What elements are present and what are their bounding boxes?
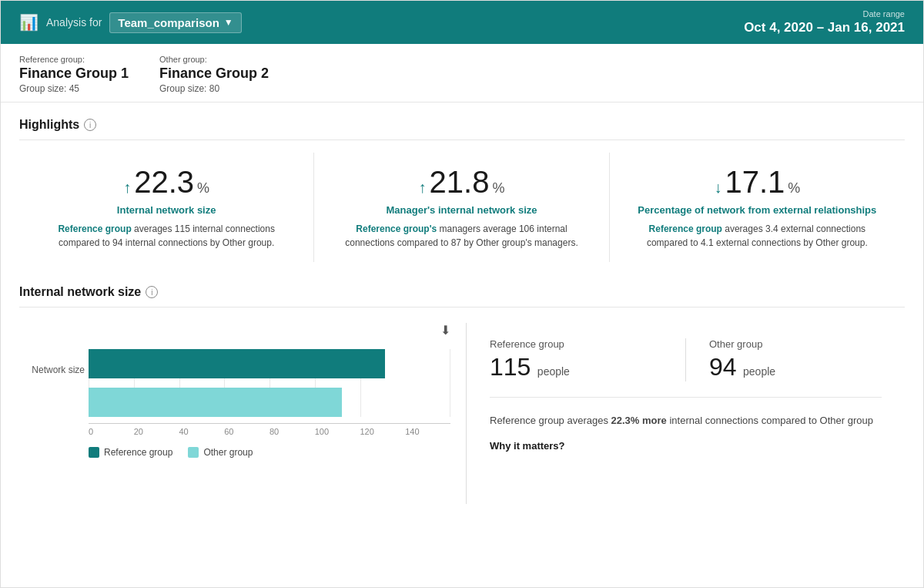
highlight-desc-1: Reference group's managers average 106 i… [333, 222, 590, 250]
highlight-stat-2: ↓ 17.1 % [628, 165, 886, 200]
legend-swatch-other [188, 447, 199, 458]
legend-label-other: Other group [203, 447, 253, 458]
other-stat-unit: people [743, 365, 775, 378]
analysis-dropdown[interactable]: Team_comparison ▼ [109, 12, 241, 33]
stats-columns: Reference group 115 people Other group 9… [490, 338, 882, 398]
why-matters-link[interactable]: Why it matters? [490, 440, 882, 452]
highlight-metric-2: Percentage of network from external rela… [628, 204, 886, 216]
highlight-card-0: ↑ 22.3 % Internal network size Reference… [19, 153, 314, 262]
x-tick-1: 20 [134, 427, 179, 436]
reference-stat-unit: people [537, 365, 570, 378]
other-stat-value: 94 [709, 353, 737, 381]
legend-reference: Reference group [89, 447, 172, 458]
x-tick-2: 40 [179, 427, 225, 436]
network-content: ⬇ [19, 323, 905, 504]
chart-area: ⬇ [19, 323, 466, 504]
x-tick-3: 60 [224, 427, 270, 436]
other-group-type-label: Other group: [159, 55, 269, 64]
stat-percent-1: % [492, 180, 504, 197]
highlight-desc-2: Reference group averages 3.4 external co… [628, 222, 886, 250]
reference-bar [89, 349, 385, 378]
highlight-stat-0: ↑ 22.3 % [38, 165, 295, 200]
main-content: Highlights i ↑ 22.3 % Internal network s… [1, 102, 923, 587]
stat-arrow-1: ↑ [419, 179, 427, 197]
reference-stat-label: Reference group [490, 338, 662, 350]
dropdown-value: Team_comparison [118, 16, 219, 29]
highlights-grid: ↑ 22.3 % Internal network size Reference… [19, 153, 905, 262]
x-tick-7: 140 [405, 427, 450, 436]
other-stat-col: Other group 94 people [709, 338, 882, 381]
highlights-section-header: Highlights i [19, 118, 905, 140]
highlight-desc-0: Reference group averages 115 internal co… [38, 222, 295, 250]
network-section-title: Internal network size [19, 285, 141, 299]
other-group-size: Group size: 80 [159, 83, 269, 94]
stat-percent-0: % [197, 180, 209, 197]
bar-chart-label: Network size [19, 365, 85, 375]
stat-arrow-2: ↓ [714, 179, 721, 197]
network-section-header: Internal network size i [19, 285, 905, 307]
chart-legend: Reference group Other group [19, 447, 450, 458]
legend-other: Other group [188, 447, 253, 458]
x-tick-4: 80 [270, 427, 315, 436]
chevron-down-icon: ▼ [224, 17, 233, 28]
insight-text: Reference group averages 22.3% more inte… [490, 413, 882, 429]
reference-group-name: Finance Group 1 [19, 66, 129, 82]
analysis-label: Analysis for [46, 16, 102, 29]
highlight-metric-0: Internal network size [38, 204, 295, 216]
legend-swatch-reference [89, 447, 99, 458]
highlights-info-icon[interactable]: i [84, 119, 96, 131]
stat-number-2: 17.1 [725, 165, 785, 200]
date-range-value: Oct 4, 2020 – Jan 16, 2021 [744, 20, 905, 35]
stats-divider [685, 338, 686, 381]
reference-stat-col: Reference group 115 people [490, 338, 662, 381]
other-stat-label: Other group [709, 338, 882, 350]
x-tick-0: 0 [89, 427, 134, 436]
highlights-section: Highlights i ↑ 22.3 % Internal network s… [19, 118, 905, 262]
reference-group-type-label: Reference group: [19, 55, 129, 64]
highlight-stat-1: ↑ 21.8 % [333, 165, 590, 200]
highlight-card-1: ↑ 21.8 % Manager's internal network size… [314, 153, 609, 262]
header-left: 📊 Analysis for Team_comparison ▼ [19, 12, 242, 33]
reference-group-info: Reference group: Finance Group 1 Group s… [19, 55, 129, 94]
reference-group-size: Group size: 45 [19, 83, 129, 94]
stat-number-1: 21.8 [430, 165, 490, 200]
date-range-container: Date range Oct 4, 2020 – Jan 16, 2021 [744, 9, 905, 35]
stat-arrow-0: ↑ [123, 179, 131, 197]
other-group-info: Other group: Finance Group 2 Group size:… [159, 55, 269, 94]
x-tick-6: 120 [360, 427, 406, 436]
network-section: Internal network size i ⬇ [19, 285, 905, 504]
reference-stat-value-row: 115 people [490, 353, 662, 381]
stats-panel: Reference group 115 people Other group 9… [466, 323, 905, 504]
header: 📊 Analysis for Team_comparison ▼ Date ra… [1, 1, 923, 44]
highlight-card-2: ↓ 17.1 % Percentage of network from exte… [610, 153, 905, 262]
app-icon: 📊 [19, 13, 38, 32]
other-bar [89, 388, 342, 417]
x-tick-5: 100 [315, 427, 360, 436]
other-group-name: Finance Group 2 [159, 66, 269, 82]
group-bar: Reference group: Finance Group 1 Group s… [1, 44, 923, 102]
stat-number-0: 22.3 [134, 165, 194, 200]
stat-percent-2: % [788, 180, 800, 197]
network-info-icon[interactable]: i [146, 286, 158, 298]
reference-stat-value: 115 [490, 353, 531, 381]
other-stat-value-row: 94 people [709, 353, 882, 381]
highlight-metric-1: Manager's internal network size [333, 204, 590, 216]
date-range-label: Date range [744, 9, 905, 18]
highlights-title: Highlights [19, 118, 79, 132]
legend-label-reference: Reference group [104, 447, 172, 458]
